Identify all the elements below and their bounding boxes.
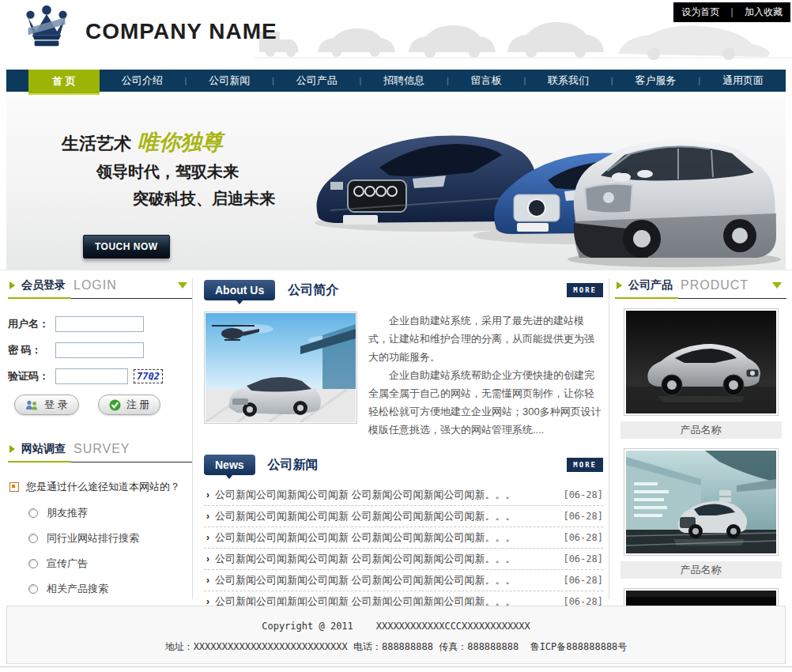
about-badge: About Us (204, 280, 275, 300)
nav-item-contact[interactable]: 联系我们 (545, 74, 592, 88)
news-link[interactable]: 公司新闻公司闻新闻公司闻新 公司新闻公司闻新闻公司闻新。。。 (215, 488, 516, 502)
survey-option[interactable]: 同行业网站排行搜索 (28, 531, 192, 546)
news-row: › 公司新闻公司闻新闻公司闻新 公司新闻公司闻新闻公司闻新。。。 [06-28] (204, 485, 603, 506)
product-car-dark-image (626, 311, 776, 413)
products-title-cn: 公司产品 (628, 278, 673, 293)
login-buttons: 登 录 注 册 (14, 395, 192, 415)
product-card: 产品名称 (615, 448, 786, 579)
touch-now-button[interactable]: TOUCH NOW (83, 235, 170, 259)
products-sidebar: 公司产品 PRODUCT (615, 275, 786, 612)
survey-question-text: 您是通过什么途径知道本网站的？ (26, 480, 180, 494)
nav-separator: | (360, 76, 362, 85)
username-row: 用户名： (8, 316, 192, 332)
news-row: › 公司新闻公司闻新闻公司闻新 公司新闻公司闻新闻公司闻新。。。 [06-28] (204, 570, 603, 591)
nav-item-service[interactable]: 客户服务 (632, 74, 680, 88)
left-sidebar: 会员登录 LOGIN 用户名： 密 码： 验证码： 7702 (8, 275, 192, 650)
nav-separator: | (447, 76, 449, 85)
set-home-link[interactable]: 设为首页 (681, 6, 719, 19)
product-name[interactable]: 产品名称 (620, 561, 782, 579)
about-body: 企业自助建站系统，采用了最先进的建站模式，让建站和维护合理的分离，从而能提供更为… (204, 311, 603, 439)
survey-title-cn: 网站调查 (21, 442, 66, 456)
captcha-label: 验证码： (8, 369, 55, 383)
company-name: COMPANY NAME (85, 19, 277, 44)
topbar-separator: ｜ (727, 6, 737, 19)
password-label: 密 码： (8, 343, 55, 357)
survey-question: 您是通过什么途径知道本网站的？ (9, 480, 192, 494)
nav-item-about[interactable]: 公司介绍 (119, 74, 166, 88)
about-image[interactable] (204, 311, 357, 424)
password-input[interactable] (55, 342, 144, 358)
banner-slogan-2: 领导时代，驾驭未来 (96, 161, 239, 183)
copyright-line: Copyright @ 2011 XXXXXXXXXXXXCCCXXXXXXXX… (7, 621, 785, 632)
login-button[interactable]: 登 录 (14, 395, 79, 415)
footer: Copyright @ 2011 XXXXXXXXXXXXCCCXXXXXXXX… (6, 606, 786, 664)
username-input[interactable] (55, 316, 144, 332)
radio-icon[interactable] (28, 508, 38, 518)
news-link[interactable]: 公司新闻公司闻新闻公司闻新 公司新闻公司闻新闻公司闻新。。。 (215, 573, 516, 587)
products-section-header: 公司产品 PRODUCT (615, 275, 786, 299)
product-image[interactable] (624, 308, 779, 416)
dropdown-icon[interactable] (772, 282, 782, 289)
main-column: About Us 公司简介 MORE (204, 278, 603, 613)
radio-icon[interactable] (28, 584, 38, 594)
products-title-en: PRODUCT (681, 278, 749, 293)
about-title: 公司简介 (288, 282, 338, 299)
product-card: 产品名称 (615, 308, 786, 439)
nav-item-news[interactable]: 公司新闻 (206, 74, 253, 88)
survey-title-en: SURVEY (74, 442, 130, 456)
news-link[interactable]: 公司新闻公司闻新闻公司闻新 公司新闻公司闻新闻公司闻新。。。 (215, 509, 516, 523)
chevron-right-icon (9, 281, 15, 289)
login-button-label: 登 录 (44, 398, 68, 412)
news-date: [06-28] (563, 489, 603, 500)
nav-separator: | (523, 76, 526, 85)
news-date: [06-28] (563, 575, 603, 586)
address-line: 地址：XXXXXXXXXXXXXXXXXXXXXXXXXXX 电话：888888… (7, 640, 785, 654)
news-link[interactable]: 公司新闻公司闻新闻公司闻新 公司新闻公司闻新闻公司闻新。。。 (215, 552, 516, 566)
news-more-button[interactable]: MORE (567, 458, 603, 472)
banner-slogan-3: 突破科技、启迪未来 (133, 188, 275, 210)
product-image[interactable] (624, 448, 779, 556)
nav-items: 公司介绍 | 公司新闻 | 公司产品 | 招聘信息 | 留言板 | 联系我们 |… (100, 70, 786, 92)
add-favorite-link[interactable]: 加入收藏 (745, 6, 783, 19)
about-paragraph-2: 企业自助建站系统帮助企业方便快捷的创建完全属全属于自己的网站，无需懂网页制作，让… (368, 366, 603, 439)
page: 设为首页 ｜ 加入收藏 (0, 0, 792, 672)
captcha-input[interactable] (55, 368, 128, 384)
column-divider (609, 278, 609, 599)
users-icon (25, 400, 39, 410)
banner-slogan-black: 生活艺术 (62, 134, 131, 153)
nav-item-home[interactable]: 首 页 (28, 70, 100, 95)
about-more-button[interactable]: MORE (567, 283, 603, 297)
bullet-arrow-icon: › (206, 532, 209, 543)
news-date: [06-28] (563, 532, 603, 543)
bullet-arrow-icon: › (206, 511, 209, 522)
username-label: 用户名： (8, 317, 55, 331)
product-car-city-image (626, 451, 776, 553)
nav-separator: | (185, 76, 187, 85)
banner-cars-image (307, 103, 781, 269)
survey-option[interactable]: 朋友推荐 (28, 506, 192, 520)
about-section-header: About Us 公司简介 MORE (204, 278, 603, 302)
nav-item-generic[interactable]: 通用页面 (719, 74, 767, 88)
hero-banner: 生活艺术唯你独尊 领导时代，驾驭未来 突破科技、启迪未来 TOUCH NOW (6, 96, 786, 270)
radio-icon[interactable] (28, 559, 38, 568)
dropdown-icon[interactable] (178, 282, 187, 289)
news-title: 公司新闻 (268, 457, 319, 474)
survey-option[interactable]: 宣传广告 (28, 557, 192, 571)
bullet-arrow-icon: › (206, 575, 209, 586)
nav-item-products[interactable]: 公司产品 (293, 74, 341, 88)
register-button[interactable]: 注 册 (98, 395, 161, 415)
content-area: 会员登录 LOGIN 用户名： 密 码： 验证码： 7702 (0, 270, 792, 605)
survey-option-label: 同行业网站排行搜索 (47, 531, 139, 546)
question-marker-icon (9, 482, 19, 492)
captcha-image[interactable]: 7702 (134, 369, 163, 383)
radio-icon[interactable] (28, 534, 38, 543)
news-date: [06-28] (563, 511, 603, 522)
nav-item-jobs[interactable]: 招聘信息 (380, 74, 428, 88)
news-row: › 公司新闻公司闻新闻公司闻新 公司新闻公司闻新闻公司闻新。。。 [06-28] (204, 506, 603, 527)
product-name[interactable]: 产品名称 (620, 421, 782, 439)
news-link[interactable]: 公司新闻公司闻新闻公司闻新 公司新闻公司闻新闻公司闻新。。。 (215, 530, 516, 545)
survey-option[interactable]: 相关产品搜索 (28, 582, 192, 596)
bullet-arrow-icon: › (206, 553, 209, 564)
nav-item-guestbook[interactable]: 留言板 (468, 74, 505, 88)
chevron-right-icon (617, 281, 622, 289)
